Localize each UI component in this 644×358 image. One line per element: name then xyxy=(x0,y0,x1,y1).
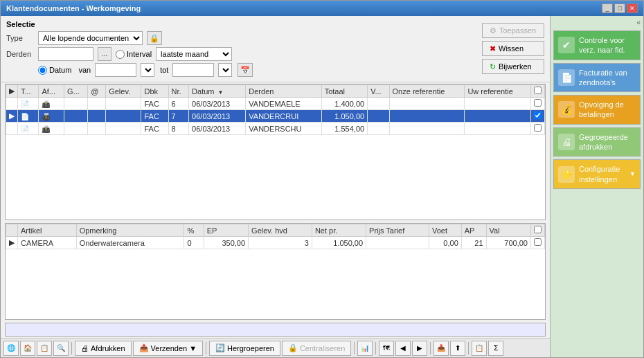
dth-ep[interactable]: EP xyxy=(204,224,248,237)
toolbar-fwd-btn[interactable]: ▶ xyxy=(412,341,427,356)
row-select-checkbox[interactable] xyxy=(534,111,542,119)
minimize-btn[interactable]: _ xyxy=(602,3,613,13)
sidebar-configuratie-btn[interactable]: ⭐ Configuratie instellingen ▼ xyxy=(553,159,641,189)
detail-voet: 0,00 xyxy=(429,237,461,249)
detail-row[interactable]: ▶ CAMERA Onderwatercamera 0 350,00 3 1.0… xyxy=(6,237,545,249)
close-btn[interactable]: ✕ xyxy=(627,3,638,13)
select-all-checkbox[interactable] xyxy=(534,87,542,94)
dth-checkbox[interactable] xyxy=(531,224,545,237)
th-onze-ref[interactable]: Onze referentie xyxy=(389,85,465,98)
interval-radio-label[interactable]: Interval xyxy=(116,50,152,59)
detail-select-all[interactable] xyxy=(534,226,542,233)
th-nr[interactable]: Nr. xyxy=(168,85,189,98)
datum-radio[interactable] xyxy=(38,66,47,75)
row-expand[interactable] xyxy=(6,123,18,135)
detail-checkbox[interactable] xyxy=(531,237,545,249)
detail-prijs-tarief xyxy=(366,237,429,249)
centraliseren-button[interactable]: 🔒 Centraliseren xyxy=(282,341,351,356)
hergroeperen-button[interactable]: 🔄 Hergroeperen xyxy=(209,341,280,356)
status-bar xyxy=(5,323,546,337)
th-v[interactable]: V... xyxy=(368,85,389,98)
table-row[interactable]: 📄 📠 FAC 8 06/03/2013 VANDERSCHU 1.554,00 xyxy=(6,123,545,135)
periode-select[interactable]: laatste maand xyxy=(156,47,232,61)
main-table-container[interactable]: ▶ T... Af... G... @ Gelev. Dbk Nr. Datum… xyxy=(5,84,546,220)
afdrukken-button[interactable]: 🖨 Afdrukken xyxy=(75,341,132,356)
row-totaal: 1.400,00 xyxy=(321,98,368,110)
toolbar-search-btn[interactable]: 🔍 xyxy=(53,341,69,356)
tot-date-select[interactable] xyxy=(218,63,232,77)
row-af: 📠 xyxy=(39,110,64,123)
th-uw-ref[interactable]: Uw referentie xyxy=(465,85,531,98)
toepassen-button[interactable]: ⚙ Toepassen xyxy=(482,23,544,38)
dth-prijs-tarief[interactable]: Prijs Tarief xyxy=(366,224,429,237)
th-indicator[interactable]: ▶ xyxy=(6,85,18,98)
th-at[interactable]: @ xyxy=(88,85,106,98)
row-expand[interactable] xyxy=(6,98,18,110)
row-g xyxy=(64,123,88,135)
verzenden-button[interactable]: 📤 Verzenden ▼ xyxy=(133,341,204,356)
toolbar-paste-btn[interactable]: 📋 xyxy=(472,341,487,356)
th-totaal[interactable]: Totaal xyxy=(321,85,368,98)
van-date-input[interactable] xyxy=(95,63,136,77)
sep3 xyxy=(354,342,355,355)
dth-voet[interactable]: Voet xyxy=(429,224,461,237)
row-v xyxy=(368,98,389,110)
dth-net-pr[interactable]: Net pr. xyxy=(312,224,366,237)
browse-button[interactable]: … xyxy=(98,47,111,61)
th-dbk[interactable]: Dbk xyxy=(141,85,168,98)
dth-opmerking[interactable]: Opmerking xyxy=(76,224,184,237)
th-gelev[interactable]: Gelev. xyxy=(106,85,141,98)
dth-val[interactable]: Val xyxy=(486,224,530,237)
type-select[interactable]: Alle lopende documenten xyxy=(38,31,143,45)
dth-gelev-hvd[interactable]: Gelev. hvd xyxy=(249,224,312,237)
tot-date-input[interactable] xyxy=(172,63,214,77)
sidebar-controle-btn[interactable]: ✔ Controle voor verz. naar fid. xyxy=(553,30,641,60)
table-row[interactable]: ▶ 📄 📠 FAC 7 06/03/2013 VANDERCRUI 1.050,… xyxy=(6,110,545,123)
th-af[interactable]: Af... xyxy=(39,85,64,98)
van-date-select[interactable] xyxy=(141,63,154,77)
dth-artikel[interactable]: Artikel xyxy=(18,224,77,237)
interval-radio[interactable] xyxy=(116,50,125,59)
th-derden[interactable]: Derden xyxy=(246,85,321,98)
toolbar-globe-btn[interactable]: 🌐 xyxy=(3,341,19,356)
row-checkbox[interactable] xyxy=(531,123,545,135)
toolbar-home-btn[interactable]: 🏠 xyxy=(20,341,35,356)
toolbar-up-btn[interactable]: ⬆ xyxy=(450,341,465,356)
row-select-checkbox[interactable] xyxy=(534,99,542,107)
row-checkbox[interactable] xyxy=(531,98,545,110)
detail-opmerking: Onderwatercamera xyxy=(76,237,184,249)
sidebar-gegroepeerde-btn[interactable]: 🖨 Gegroepeerde afdrukken xyxy=(553,127,641,157)
dth-ap[interactable]: AP xyxy=(461,224,486,237)
table-row[interactable]: 📄 📠 FAC 6 06/03/2013 VANDEMAELE 1.400,00 xyxy=(6,98,545,110)
th-checkbox[interactable] xyxy=(531,85,545,98)
bijwerken-button[interactable]: ↻ Bijwerken xyxy=(482,59,544,74)
sidebar-collapse-button[interactable]: « xyxy=(553,19,641,26)
row-select-checkbox[interactable] xyxy=(534,124,542,132)
toolbar-chart-btn[interactable]: 📊 xyxy=(357,341,373,356)
datum-radio-label[interactable]: Datum xyxy=(38,66,71,75)
detail-table-container[interactable]: Artikel Opmerking % EP Gelev. hvd Net pr… xyxy=(5,223,546,320)
calendar-button[interactable]: 📅 xyxy=(238,63,253,77)
derden-input[interactable] xyxy=(38,47,93,61)
row-checkbox[interactable] xyxy=(531,110,545,123)
row-gelev xyxy=(106,110,141,123)
sidebar-opvolging-btn[interactable]: 💰 Opvolging de betalingen xyxy=(553,95,641,125)
toolbar-back-btn[interactable]: ◀ xyxy=(395,341,411,356)
row-at xyxy=(88,110,106,123)
wissen-button[interactable]: ✖ Wissen xyxy=(482,41,544,56)
row-expand[interactable]: ▶ xyxy=(6,110,18,123)
toolbar-dl-btn[interactable]: 📥 xyxy=(433,341,449,356)
toolbar-doc-btn[interactable]: 📋 xyxy=(37,341,52,356)
lock-button[interactable]: 🔒 xyxy=(147,31,162,45)
fax-icon: 📠 xyxy=(42,100,50,108)
maximize-btn[interactable]: □ xyxy=(614,3,625,13)
th-t[interactable]: T... xyxy=(18,85,39,98)
sidebar-facturatie-btn[interactable]: 📄 Facturatie van zendnota's xyxy=(553,63,641,93)
th-datum[interactable]: Datum ▼ xyxy=(189,85,246,98)
toolbar-sigma-btn[interactable]: Σ xyxy=(488,341,503,356)
detail-row-checkbox[interactable] xyxy=(534,238,542,246)
toolbar-map-btn[interactable]: 🗺 xyxy=(379,341,394,356)
th-g[interactable]: G... xyxy=(64,85,88,98)
detail-val: 700,00 xyxy=(486,237,530,249)
dth-pct[interactable]: % xyxy=(184,224,204,237)
